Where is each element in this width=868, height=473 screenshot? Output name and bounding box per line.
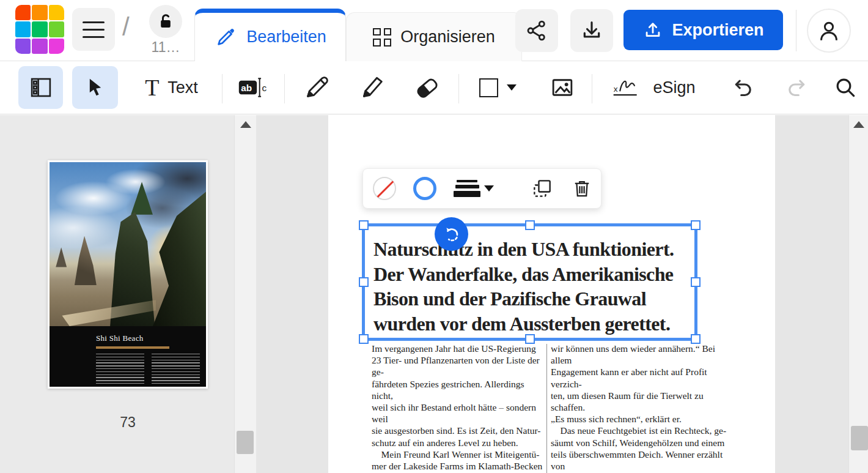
tools-bar: T Text ab c — [0, 62, 868, 114]
no-color-icon — [373, 177, 396, 200]
chevron-down-icon — [484, 185, 494, 192]
logo-cell — [32, 5, 47, 20]
logo-cell — [32, 39, 47, 54]
rotate-handle[interactable] — [435, 217, 468, 251]
sea-stack-far — [56, 247, 67, 267]
document-scrollbar-thumb[interactable] — [851, 426, 868, 450]
logo-cell — [49, 5, 64, 20]
file-badge[interactable]: 11… — [147, 5, 185, 56]
search-button[interactable] — [826, 66, 864, 109]
resize-handle-top-left[interactable] — [359, 220, 369, 230]
header-divider — [796, 10, 796, 51]
replace-text-icon: ab c — [237, 75, 271, 100]
scroll-up-arrow[interactable] — [853, 121, 864, 128]
resize-handle-bottom-left[interactable] — [359, 334, 369, 344]
esign-label: eSign — [653, 78, 695, 97]
body-text-column-left[interactable]: Im vergangenen Jahr hat die US-Regierung… — [372, 343, 546, 473]
page-photo — [50, 162, 206, 326]
eraser-icon — [413, 73, 441, 102]
line-thickness-icon — [454, 180, 480, 197]
lock-circle — [149, 5, 182, 38]
person-icon — [815, 17, 842, 44]
body-text-column-right[interactable]: wir können uns dem wieder annähern.“ Bei… — [551, 343, 730, 473]
download-button[interactable] — [570, 9, 613, 52]
resize-handle-bottom-center[interactable] — [525, 334, 535, 344]
resize-handle-bottom-right[interactable] — [691, 334, 701, 344]
select-tool[interactable] — [72, 66, 118, 109]
upload-icon — [642, 20, 663, 40]
draw-pencil-tool[interactable] — [295, 66, 339, 109]
lock-open-icon — [155, 11, 176, 32]
undo-button[interactable] — [724, 66, 762, 109]
sidebar-scrollbar-thumb[interactable] — [237, 431, 254, 454]
document-scrollbar[interactable] — [848, 115, 868, 473]
toolbar-divider — [284, 74, 285, 103]
eraser-tool[interactable] — [405, 66, 449, 109]
blue-color-swatch-icon — [413, 177, 436, 200]
tab-label: Organisieren — [400, 28, 495, 47]
cursor-icon — [83, 75, 108, 100]
tab-bearbeiten[interactable]: Bearbeiten — [194, 9, 346, 61]
resize-handle-middle-left[interactable] — [359, 277, 369, 287]
selection-box[interactable] — [362, 223, 697, 341]
logo-cell — [49, 39, 64, 54]
tab-organisieren[interactable]: Organisieren — [346, 12, 522, 61]
signature-icon: x — [612, 76, 644, 99]
thumbnail-caption-title: Shi Shi Beach — [96, 333, 200, 343]
text-tool-label: Text — [167, 78, 198, 97]
resize-handle-top-center[interactable] — [525, 220, 535, 230]
share-icon — [524, 18, 549, 43]
sidebar-scrollbar[interactable] — [234, 115, 256, 473]
stroke-color-button[interactable] — [413, 177, 436, 200]
duplicate-button[interactable] — [531, 177, 554, 200]
delete-button[interactable] — [571, 177, 593, 199]
thumbnail-caption-panel: Shi Shi Beach — [50, 326, 206, 387]
image-tool[interactable] — [540, 66, 584, 109]
tab-label: Bearbeiten — [246, 28, 326, 47]
highlighter-tool[interactable] — [350, 66, 394, 109]
svg-text:x: x — [614, 84, 618, 94]
replace-text-tool[interactable]: ab c — [231, 66, 278, 109]
redo-icon — [784, 75, 809, 100]
trash-icon — [571, 177, 593, 199]
share-button[interactable] — [515, 9, 558, 52]
header-bar: / 11… Bearbeiten Organisieren — [0, 0, 868, 61]
page-number-label: 73 — [48, 414, 208, 431]
scroll-up-arrow[interactable] — [240, 121, 251, 128]
page-thumbnails-toggle[interactable] — [18, 66, 63, 109]
text-tool[interactable]: T Text — [127, 66, 216, 109]
thumbnail-caption-subtitle-bar — [96, 346, 169, 349]
chevron-down-icon — [507, 84, 517, 91]
thumbnail-caption-text-lines — [96, 354, 200, 385]
thumbnail-panel-icon — [28, 75, 54, 100]
organize-grid-icon — [373, 28, 391, 47]
undo-icon — [731, 75, 756, 100]
pencil-icon — [303, 73, 331, 102]
export-button[interactable]: Exportieren — [623, 10, 783, 50]
image-icon — [550, 75, 575, 100]
esign-tool[interactable]: x eSign — [605, 66, 703, 109]
line-thickness-button[interactable] — [454, 180, 494, 197]
page-thumbnail[interactable]: Shi Shi Beach — [48, 160, 208, 389]
app-window: / 11… Bearbeiten Organisieren — [0, 0, 868, 473]
redo-button[interactable] — [778, 66, 815, 109]
account-avatar[interactable] — [807, 9, 851, 53]
main-menu-button[interactable] — [72, 8, 115, 51]
logo-cell — [32, 21, 47, 37]
resize-handle-middle-right[interactable] — [691, 277, 701, 287]
text-tool-icon: T — [145, 76, 159, 99]
logo-cell — [15, 5, 31, 20]
logo-cell — [49, 21, 64, 37]
download-icon — [579, 18, 604, 43]
rotate-icon — [441, 224, 462, 245]
toolbar-divider — [458, 74, 459, 103]
search-icon — [833, 75, 858, 100]
no-fill-button[interactable] — [373, 177, 396, 200]
app-logo[interactable] — [15, 5, 64, 54]
rectangle-shape-icon — [479, 78, 498, 97]
duplicate-icon — [531, 177, 554, 200]
tree-on-rock — [131, 182, 153, 215]
shape-tool[interactable] — [468, 66, 527, 109]
path-separator: / — [122, 12, 130, 42]
resize-handle-top-right[interactable] — [691, 220, 701, 230]
